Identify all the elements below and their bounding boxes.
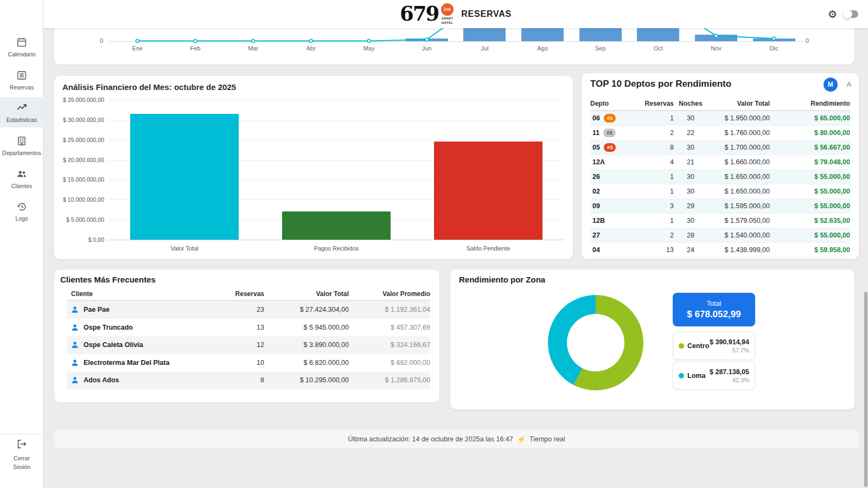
financial-chart-card: Análisis Financiero del Mes: octubre de … — [54, 76, 573, 259]
sidebar-item-reservas[interactable]: Reservas — [0, 65, 43, 95]
noches-cell: 30 — [674, 217, 707, 224]
month-label: Ene — [108, 45, 167, 52]
client-name: Electroterma Mar Del Plata — [84, 359, 169, 367]
rendimiento-cell: $ 56.667,00 — [770, 144, 850, 151]
top10-title: TOP 10 Deptos por Rendimiento — [590, 79, 731, 89]
col-header-rendimiento: Rendimiento — [770, 100, 850, 107]
realtime-label: Tiempo real — [529, 435, 565, 443]
x-tick-label: Saldo Pendiente — [412, 245, 564, 252]
bar — [695, 35, 737, 41]
y-axis-tick-right: 0 — [806, 37, 809, 44]
reservas-cell: 3 — [638, 202, 674, 210]
zone-total-card[interactable]: Total $ 678.052,99 — [673, 293, 755, 326]
logout-button[interactable]: CerrarSesión — [0, 438, 43, 472]
rendimiento-cell: $ 79.048,00 — [770, 158, 850, 166]
logo-inn-circle: inn — [441, 3, 454, 16]
rank-badge: #2 — [603, 129, 616, 137]
last-update-text: Última actualización: 14 de octubre de 2… — [348, 435, 513, 443]
person-icon — [71, 341, 79, 349]
zone-donut-chart — [548, 295, 643, 390]
col-header-cliente: Cliente — [67, 290, 205, 298]
bar — [579, 28, 622, 41]
vertical-scrollbar[interactable] — [864, 292, 867, 487]
col-header-noches: Noches — [674, 100, 707, 107]
y-tick-label: $ 20.000.000,00 — [63, 157, 104, 163]
app-header: 679 inn APARTHOTEL RESERVAS ⚙ — [43, 0, 868, 28]
month-label: Mar — [224, 45, 282, 52]
promedio-cell: $ 457.307,69 — [349, 324, 430, 331]
toggle-monthly-button[interactable]: M — [824, 78, 838, 92]
sidebar-item-label: Logs — [16, 215, 28, 222]
settings-icon[interactable]: ⚙ — [828, 9, 837, 20]
logo-number: 679 — [400, 5, 438, 23]
sidebar-item-calendario[interactable]: Calendario — [0, 31, 43, 62]
valor-cell: $ 1.540.000,00 — [707, 232, 770, 239]
person-icon — [71, 376, 79, 384]
sidebar-item-departamentos[interactable]: Departamentos — [0, 130, 43, 160]
legend-item-loma[interactable]: Loma $ 287.138,05 42.3% — [673, 362, 755, 390]
valor-cell: $ 1.650.000,00 — [707, 173, 770, 181]
col-header-reservas: Reservas — [638, 100, 674, 107]
promedio-cell: $ 324.166,67 — [349, 341, 430, 349]
centro-dot-icon — [679, 343, 684, 349]
toggle-annual-button[interactable]: A — [847, 81, 851, 88]
reservas-cell: 1 — [638, 114, 674, 122]
reservas-cell: 8 — [205, 376, 264, 384]
sidebar-item-logs[interactable]: Logs — [0, 196, 43, 226]
list-icon — [16, 69, 28, 81]
monthly-chart-card: 0 EneFebMarAbrMayJunJulAgoSepOctNovDic 0 — [54, 28, 854, 65]
depto-cell: 27 — [590, 232, 638, 239]
reservas-cell: 1 — [638, 173, 674, 181]
financial-x-axis: Valor TotalPagos RecibidosSaldo Pendient… — [108, 245, 564, 252]
promedio-cell: $ 1.286.875,00 — [349, 376, 430, 384]
reservas-cell: 23 — [205, 306, 264, 313]
legend-value: $ 287.138,05 — [710, 368, 749, 376]
depto-number: 11 — [592, 129, 599, 137]
valor-cell: $ 1.650.000,00 — [707, 188, 770, 195]
zone-total-label: Total — [707, 300, 721, 307]
sidebar-item-estadisticas[interactable]: Estadísticas — [0, 97, 43, 127]
financial-chart-plot — [108, 100, 564, 240]
client-name-cell: Pae Pae — [67, 306, 205, 313]
valor-cell: $ 6.820.000,00 — [264, 359, 349, 367]
depto-cell: 09 — [590, 202, 638, 210]
client-name-cell: Electroterma Mar Del Plata — [67, 359, 205, 367]
rendimiento-cell: $ 59.958,00 — [770, 246, 850, 254]
rendimiento-cell: $ 65.000,00 — [770, 114, 850, 122]
logo-subtitle: APARTHOTEL — [442, 17, 454, 25]
top10-table-body: 06#1130$ 1.950.000,00$ 65.000,0011#2222$… — [590, 111, 850, 258]
clients-table-body: Pae Pae23$ 27.424.304,00$ 1.192.361,04Os… — [67, 301, 430, 389]
legend-value: $ 390.914,94 — [710, 338, 749, 346]
x-tick-label: Pagos Recibidos — [260, 245, 412, 252]
sidebar-item-clientes[interactable]: Clientes — [0, 163, 43, 194]
reservas-cell: 4 — [638, 158, 674, 166]
valor-cell: $ 27.424.304,00 — [264, 306, 349, 313]
table-row: 09329$ 1.595.000,00$ 55.000,00 — [590, 199, 850, 214]
noches-cell: 30 — [674, 114, 707, 122]
rendimiento-cell: $ 52.635,00 — [770, 217, 850, 224]
depto-number: 06 — [592, 114, 600, 122]
financial-y-axis: $ 35.000.000,00$ 30.000.000,00$ 25.000.0… — [54, 100, 104, 240]
table-row: 041324$ 1.438.999,00$ 59.958,00 — [590, 243, 850, 258]
noches-cell: 30 — [674, 173, 707, 181]
depto-number: 05 — [592, 144, 600, 151]
sidebar-item-label: Departamentos — [2, 150, 41, 156]
clients-title: Clientes Más Frecuentes — [60, 275, 156, 284]
bar — [521, 28, 564, 41]
valor-cell: $ 1.760.000,00 — [707, 129, 770, 137]
valor-cell: $ 1.700.000,00 — [707, 144, 770, 151]
month-label: Nov — [687, 45, 745, 52]
col-header-valor-total: Valor Total — [264, 290, 349, 298]
zone-title: Rendimiento por Zona — [459, 275, 545, 284]
person-icon — [71, 324, 79, 331]
legend-item-centro[interactable]: Centro $ 390.914,94 57.7% — [673, 332, 755, 360]
depto-cell: 05#3 — [590, 143, 638, 152]
client-name: Pae Pae — [84, 306, 110, 313]
valor-cell: $ 1.438.999,00 — [707, 246, 770, 254]
table-row: 12B130$ 1.579.050,00$ 52.635,00 — [590, 214, 850, 228]
table-row: Ados Ados8$ 10.295.000,00$ 1.286.875,00 — [67, 371, 430, 389]
table-row: 12A421$ 1.660.000,00$ 79.048,00 — [590, 155, 850, 170]
promedio-cell: $ 682.000,00 — [349, 359, 430, 367]
trend-icon — [16, 102, 28, 114]
theme-toggle[interactable] — [844, 10, 858, 18]
